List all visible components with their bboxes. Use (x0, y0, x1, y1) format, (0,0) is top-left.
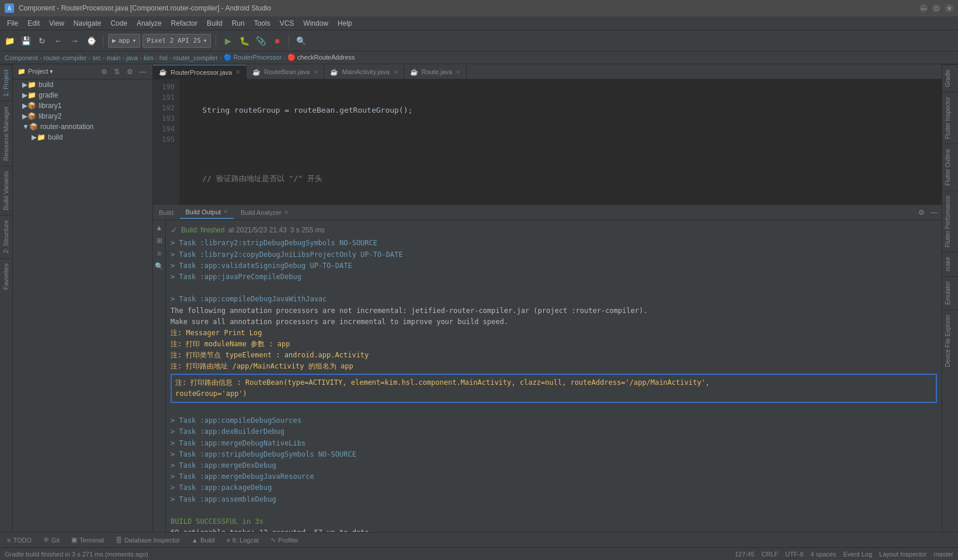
tab-routerprocessor[interactable]: ☕ RouterProcessor.java ✕ (153, 65, 247, 79)
tree-item-library2[interactable]: ▶ 📦 library2 (13, 111, 152, 121)
tree-item-router-annotation[interactable]: ▼ 📦 router-annotation (13, 121, 152, 132)
attach-button[interactable]: 📎 (254, 34, 268, 48)
build-output-area[interactable]: ✓ Build: finished at 2021/5/23 21:43 3 s… (166, 220, 942, 532)
code-content[interactable]: String routeGroup = routeBean.getRouteGr… (179, 79, 942, 205)
toolbar-tab-terminal[interactable]: ▣ Terminal (67, 534, 109, 547)
tab-make[interactable]: make (942, 252, 958, 276)
build-icon: ▲ (192, 537, 198, 544)
tab-structure[interactable]: 2: Structure (0, 215, 12, 258)
build-output-close[interactable]: ✕ (223, 208, 228, 215)
tree-item-gradle[interactable]: ▶ 📁 gradle (13, 90, 152, 100)
tab-favorites[interactable]: Favorites (0, 258, 12, 294)
build-analyzer-close[interactable]: ✕ (284, 209, 289, 215)
tree-item-router-build[interactable]: ▶ 📁 build (13, 132, 152, 142)
save-button[interactable]: 💾 (19, 34, 33, 48)
menu-tools[interactable]: Tools (249, 18, 275, 29)
search-button[interactable]: 🔍 (294, 34, 308, 48)
recent-button[interactable]: ⌚ (84, 34, 98, 48)
app-dropdown[interactable]: ▶ app ▾ (108, 34, 140, 48)
tab-routebean[interactable]: ☕ RouteBean.java ✕ (247, 65, 324, 79)
tab-device-file-explorer[interactable]: Device File Explorer (942, 309, 958, 371)
toolbar-tab-profiler[interactable]: ∿ Profiler (266, 534, 303, 547)
open-folder-button[interactable]: 📁 (2, 34, 16, 48)
gradle-folder-icon: 📁 (27, 91, 36, 99)
tab-build-variants[interactable]: Build Variants (0, 166, 12, 215)
build-sidebar: ▲ ⊞ ≡ 🔍 (153, 220, 166, 532)
build-filter-icon[interactable]: ⊞ (154, 235, 165, 246)
device-dropdown[interactable]: Pixel 2 API 25 ▾ (143, 34, 211, 48)
toolbar-tab-logcat[interactable]: ≡ 6: Logcat (221, 534, 263, 547)
breadcrumb-hsl[interactable]: hsl (159, 54, 168, 61)
toolbar-tab-build[interactable]: ▲ Build (187, 534, 219, 547)
tab-resource-manager[interactable]: Resource Manager (0, 101, 12, 166)
breadcrumb-checkroute[interactable]: 🔴 checkRouteAddress (287, 54, 355, 61)
build-nav-up-icon[interactable]: ▲ (154, 222, 165, 233)
forward-button[interactable]: → (68, 34, 82, 48)
tab-mainactivity[interactable]: ☕ MainActivity.java ✕ (324, 65, 404, 79)
close-button[interactable]: ✕ (945, 4, 953, 12)
tab-flutter-inspector[interactable]: Flutter Inspector (942, 92, 958, 144)
menu-refactor[interactable]: Refactor (166, 18, 202, 29)
menu-navigate[interactable]: Navigate (69, 18, 106, 29)
build-tab-label: Build (200, 537, 214, 544)
tab-build-output[interactable]: Build Output ✕ (180, 206, 234, 219)
breadcrumb-src[interactable]: src (92, 54, 101, 61)
menu-file[interactable]: File (2, 18, 23, 29)
breadcrumb-router_compiler[interactable]: router_compiler (173, 54, 217, 61)
build-minimize-icon[interactable]: — (929, 207, 939, 218)
breadcrumb-component[interactable]: Component (5, 54, 38, 61)
breadcrumb-router-compiler[interactable]: router-compiler (44, 54, 87, 61)
run-button[interactable]: ▶ (221, 34, 235, 48)
git-icon: ⑨ (43, 536, 49, 544)
menu-window[interactable]: Window (298, 18, 333, 29)
build-line-5 (171, 283, 937, 294)
menu-run[interactable]: Run (227, 18, 249, 29)
toolbar-tab-git[interactable]: ⑨ Git (39, 534, 64, 547)
tab-flutter-outline[interactable]: Flutter Outline (942, 144, 958, 190)
tab-route[interactable]: ☕ Route.java ✕ (404, 65, 467, 79)
gear-icon[interactable]: ⚙ (124, 67, 135, 77)
expand-icon[interactable]: ⇅ (112, 67, 122, 77)
debug-button[interactable]: 🐛 (237, 34, 251, 48)
stop-button[interactable]: ■ (270, 34, 284, 48)
menu-code[interactable]: Code (106, 18, 132, 29)
breadcrumb-routerprocessor[interactable]: 🔵 RouterProcessor (224, 54, 282, 61)
tab-route-close[interactable]: ✕ (456, 69, 460, 75)
sync-button[interactable]: ↻ (35, 34, 49, 48)
status-left: Gradle build finished in 3 s 271 ms (mom… (5, 551, 148, 558)
tree-item-library1[interactable]: ▶ 📦 library1 (13, 100, 152, 111)
layout-inspector[interactable]: Layout Inspector (879, 551, 926, 558)
settings-icon[interactable]: ⚙ (99, 67, 109, 77)
window-controls[interactable]: — □ ✕ (919, 4, 953, 12)
breadcrumb-java[interactable]: java (126, 54, 138, 61)
tab-gradle[interactable]: Gradle (942, 64, 958, 92)
tab-emulator[interactable]: Emulator (942, 276, 958, 309)
tab-build-analyzer[interactable]: Build Analyzer ✕ (235, 206, 294, 219)
toolbar-tab-todo[interactable]: ≡ TODO (2, 534, 36, 547)
build-settings-icon[interactable]: ⚙ (916, 207, 926, 218)
tab-routebean-close[interactable]: ✕ (313, 69, 318, 75)
tree-item-build[interactable]: ▶ 📁 build (13, 79, 152, 90)
menu-edit[interactable]: Edit (23, 18, 44, 29)
menu-help[interactable]: Help (333, 18, 357, 29)
minimize-button[interactable]: — (919, 4, 928, 12)
tab-mainactivity-close[interactable]: ✕ (393, 69, 398, 75)
breadcrumb-main[interactable]: main (107, 54, 121, 61)
breadcrumb-kim[interactable]: kim (144, 54, 154, 61)
back-button[interactable]: ← (51, 34, 65, 48)
maximize-button[interactable]: □ (932, 4, 940, 12)
menu-vcs[interactable]: VCS (275, 18, 299, 29)
tab-route-icon: ☕ (410, 68, 418, 76)
event-log[interactable]: Event Log (843, 551, 872, 558)
build-search-icon[interactable]: 🔍 (154, 261, 165, 272)
menu-build[interactable]: Build (202, 18, 227, 29)
tab-flutter-performance[interactable]: Flutter Performance (942, 190, 958, 252)
build-highlight-block: 注: 打印路由信息 : RouteBean(type=ACTIVITY, ele… (171, 374, 937, 403)
close-panel-icon[interactable]: — (137, 67, 148, 77)
menu-view[interactable]: View (44, 18, 69, 29)
toolbar-tab-database[interactable]: 🗄 Database Inspector (111, 534, 185, 547)
build-wrap-icon[interactable]: ≡ (154, 248, 165, 259)
tab-project[interactable]: 1: Project (0, 64, 12, 101)
tab-routerprocessor-close[interactable]: ✕ (235, 69, 240, 75)
menu-analyze[interactable]: Analyze (132, 18, 166, 29)
